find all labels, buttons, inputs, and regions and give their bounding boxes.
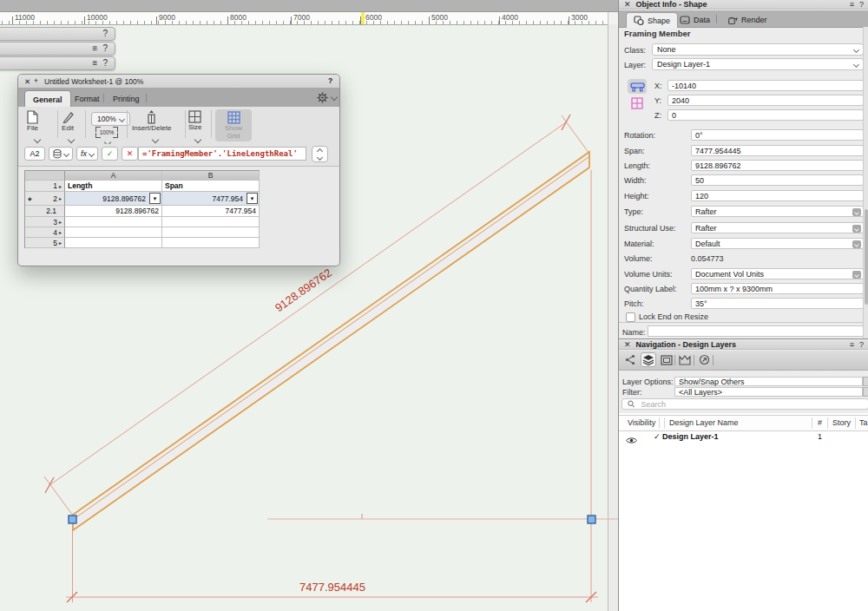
menu-icon[interactable]: ≡ xyxy=(93,59,98,68)
name-field[interactable] xyxy=(648,325,868,337)
help-icon[interactable]: ? xyxy=(859,0,864,9)
row-header[interactable]: 4▸ xyxy=(25,227,65,238)
row-arrow-icon[interactable]: ▸ xyxy=(59,195,62,201)
object-info-title-bar[interactable]: ✕ Object Info - Shape ≡ ? xyxy=(619,0,868,10)
filter-dropdown[interactable]: <All Layers> xyxy=(674,387,863,397)
cell-b5[interactable] xyxy=(162,238,260,248)
worksheet-title-bar[interactable]: ✕ + Untitled Worksheet-1 @ 100% ? xyxy=(18,75,339,89)
col-name[interactable]: Design Layer Name xyxy=(669,418,739,427)
layer-options-dropdown[interactable]: Show/Snap Others xyxy=(674,377,863,386)
layer-search[interactable] xyxy=(621,398,868,410)
width-field[interactable]: 50 xyxy=(691,174,864,186)
menu-icon[interactable]: ≡ xyxy=(850,0,854,9)
cell-b3[interactable] xyxy=(162,217,260,227)
navigation-title-bar[interactable]: ✕ Navigation - Design Layers ≡ ? xyxy=(619,340,868,350)
file-button[interactable]: File xyxy=(27,110,38,132)
fit-zoom-button[interactable]: 100% xyxy=(95,127,118,138)
cell-reference-box[interactable]: A2 xyxy=(24,147,45,161)
rotation-field[interactable]: 0° xyxy=(691,129,864,141)
layer-dropdown[interactable]: Design Layer-1 xyxy=(652,58,864,70)
sheet-layers-icon[interactable] xyxy=(659,352,674,367)
help-icon[interactable]: ? xyxy=(102,30,108,38)
help-icon[interactable]: ? xyxy=(859,340,864,349)
cell-a1[interactable]: Length xyxy=(65,181,162,192)
show-grid-button[interactable]: Show Grid xyxy=(215,109,252,141)
close-icon[interactable]: ✕ xyxy=(624,340,631,349)
col-tags[interactable]: Ta xyxy=(859,418,868,427)
dropdown-button[interactable] xyxy=(852,240,861,248)
size-button[interactable]: Size xyxy=(188,110,202,131)
cell-dropdown-button[interactable]: ▼ xyxy=(247,193,258,204)
saved-views-icon[interactable] xyxy=(677,352,693,367)
tab-data[interactable]: Data xyxy=(673,12,717,27)
visibility-eye-icon[interactable] xyxy=(626,432,637,448)
row-arrow-icon[interactable]: ▸ xyxy=(59,229,62,235)
volume-units-dropdown[interactable]: Document Vol Units xyxy=(691,268,864,279)
object-info-scrollbar[interactable] xyxy=(863,27,868,338)
chevron-down-icon[interactable] xyxy=(34,136,41,143)
cell-a3[interactable] xyxy=(65,217,162,227)
col-number[interactable]: # xyxy=(818,418,822,427)
design-layers-icon[interactable] xyxy=(641,352,656,367)
confirm-button[interactable]: ✓ xyxy=(102,147,118,161)
tab-format[interactable]: Format xyxy=(67,90,108,107)
saved-views-network-icon[interactable] xyxy=(622,352,638,367)
cell-a2[interactable]: 9128.896762 ▼ xyxy=(65,192,162,206)
row-header[interactable]: 2.1 xyxy=(25,206,65,217)
tab-shape[interactable]: Shape xyxy=(626,12,678,28)
filter-menu-button[interactable] xyxy=(863,387,868,397)
pitch-field[interactable]: 35° xyxy=(691,298,864,309)
tab-printing[interactable]: Printing xyxy=(105,90,148,107)
y-field[interactable]: 2040 xyxy=(667,95,864,106)
position-mode-button[interactable] xyxy=(628,79,647,94)
z-field[interactable]: 0 xyxy=(667,109,864,121)
row-arrow-icon[interactable]: ▸ xyxy=(59,240,62,246)
cell-b4[interactable] xyxy=(162,227,260,238)
span-field[interactable]: 7477.954445 xyxy=(691,145,864,156)
lock-end-checkbox[interactable] xyxy=(626,312,635,322)
cell-b2[interactable]: 7477.954 ▼ xyxy=(162,192,260,206)
row-header[interactable]: 3▸ xyxy=(25,217,65,227)
selection-handle-left[interactable] xyxy=(69,516,76,523)
row-arrow-icon[interactable]: ▸ xyxy=(59,219,62,225)
row-header[interactable]: ◆ 2▸ xyxy=(25,192,65,206)
cell-a2-1[interactable]: 9128.896762 xyxy=(65,206,162,217)
dropdown-button[interactable] xyxy=(852,271,861,279)
col-story[interactable]: Story xyxy=(832,418,851,427)
search-input[interactable] xyxy=(639,399,863,410)
column-header-a[interactable]: A xyxy=(65,171,162,181)
close-icon[interactable]: ✕ xyxy=(24,77,30,86)
layer-name[interactable]: Design Layer-1 xyxy=(662,432,719,441)
cell-b2-1[interactable]: 7477.954 xyxy=(162,206,260,217)
dropdown-button[interactable] xyxy=(852,225,861,233)
type-dropdown[interactable]: Rafter xyxy=(691,206,864,217)
collapsed-palette-3[interactable]: ≡ ? xyxy=(0,56,115,70)
tab-general[interactable]: General xyxy=(24,90,71,108)
cell-dropdown-button[interactable]: ▼ xyxy=(149,193,161,204)
help-icon[interactable]: ? xyxy=(328,76,332,85)
database-menu-button[interactable] xyxy=(49,147,73,161)
cell-a5[interactable] xyxy=(65,238,162,248)
row-header[interactable]: 5▸ xyxy=(25,238,65,248)
add-icon[interactable]: + xyxy=(34,76,38,85)
chevron-down-icon[interactable] xyxy=(331,94,338,101)
x-field[interactable]: -10140 xyxy=(667,80,864,91)
help-icon[interactable]: ? xyxy=(102,44,108,53)
insert-delete-button[interactable]: Insert/Delete xyxy=(132,110,171,132)
height-field[interactable]: 120 xyxy=(691,190,864,201)
close-icon[interactable]: ✕ xyxy=(624,0,631,9)
grid-mode-button[interactable] xyxy=(628,95,647,110)
selection-handle-right[interactable] xyxy=(588,516,595,523)
tab-render[interactable]: Render xyxy=(720,12,774,27)
class-dropdown[interactable]: None xyxy=(652,43,864,56)
grid-corner-cell[interactable] xyxy=(25,171,65,181)
cancel-button[interactable]: ✕ xyxy=(122,147,138,161)
settings-gear-icon[interactable] xyxy=(317,91,328,107)
layer-row[interactable]: ✓ Design Layer-1 1 xyxy=(619,430,868,444)
cell-stepper[interactable] xyxy=(312,146,328,162)
formula-input[interactable]: ='FramingMember'.'LineLengthReal' xyxy=(138,147,306,161)
help-icon[interactable]: ? xyxy=(102,59,108,68)
references-icon[interactable] xyxy=(696,352,712,367)
material-dropdown[interactable]: Default xyxy=(691,238,864,249)
menu-icon[interactable]: ≡ xyxy=(850,340,854,349)
